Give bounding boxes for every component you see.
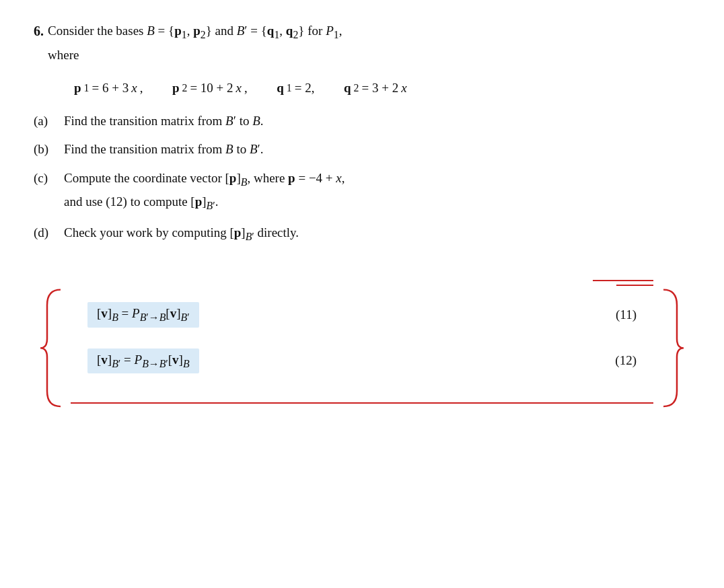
part-d-label: (d) [34, 222, 64, 244]
part-a-label: (a) [34, 110, 64, 132]
p2-definition: p2 = 10 + 2x, [163, 81, 247, 96]
part-b-label: (b) [34, 139, 64, 160]
part-c-label: (c) [34, 168, 64, 189]
q2-definition: q2 = 3 + 2x [334, 81, 406, 96]
part-d: (d) Check your work by computing [p]B′ d… [34, 222, 690, 246]
formula-11-number: (11) [616, 307, 637, 322]
left-bracket-svg [37, 287, 67, 410]
formula-12-row: [v]B′ = PB→B′[v]B (12) [74, 343, 650, 379]
q1-definition: q1 = 2, [268, 81, 315, 96]
problem-intro-text: Consider the bases B = {p1, p2} and B′ =… [48, 20, 342, 66]
problem-container: 6. Consider the bases B = {p1, p2} and B… [34, 20, 690, 409]
formula-12-box: [v]B′ = PB→B′[v]B [87, 348, 199, 374]
p1-definition: p1 = 6 + 3x, [74, 81, 143, 96]
problem-number: 6. [34, 20, 44, 42]
part-b: (b) Find the transition matrix from B to… [34, 139, 690, 160]
part-b-content: Find the transition matrix from B to B′. [64, 139, 690, 160]
red-line-2 [616, 285, 653, 286]
part-d-content: Check your work by computing [p]B′ direc… [64, 222, 690, 246]
formula-11-box: [v]B = PB′→B[v]B′ [87, 302, 199, 328]
right-bracket-svg [657, 287, 687, 410]
problem-header: 6. Consider the bases B = {p1, p2} and B… [34, 20, 690, 66]
formulas-section: [v]B = PB′→B[v]B′ (11) [v]B′ = PB→B′[v]B… [34, 280, 690, 410]
part-c: (c) Compute the coordinate vector [p]B, … [34, 168, 690, 215]
part-a-content: Find the transition matrix from B′ to B. [64, 110, 690, 132]
part-c-content: Compute the coordinate vector [p]B, wher… [64, 168, 690, 215]
formula-12-number: (12) [615, 353, 637, 368]
top-decorative-lines [593, 280, 653, 286]
part-a: (a) Find the transition matrix from B′ t… [34, 110, 690, 132]
red-line-1 [593, 280, 653, 281]
formula-11-row: [v]B = PB′→B[v]B′ (11) [74, 297, 650, 333]
math-definitions-line: p1 = 6 + 3x, p2 = 10 + 2x, q1 = 2, q2 = … [74, 81, 690, 96]
bottom-red-line [71, 402, 653, 404]
